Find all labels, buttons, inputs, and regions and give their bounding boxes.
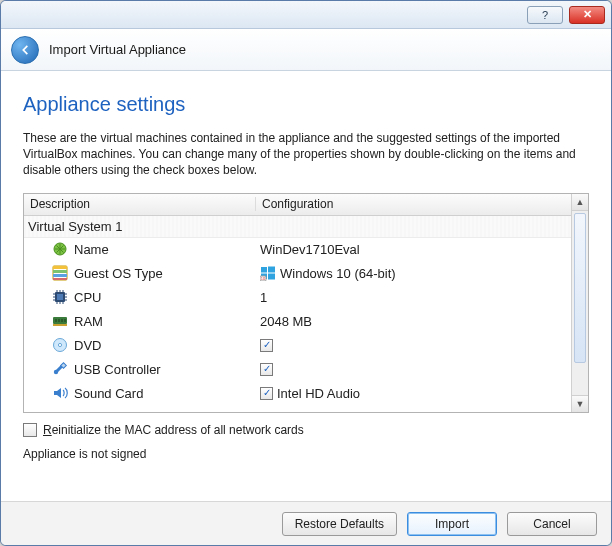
dvd-icon	[52, 337, 68, 353]
row-value: 2048 MB	[260, 314, 312, 329]
page-intro: These are the virtual machines contained…	[23, 130, 589, 179]
os-icon	[52, 265, 68, 281]
back-button[interactable]	[11, 36, 39, 64]
scroll-track[interactable]	[572, 211, 588, 395]
ram-icon	[52, 313, 68, 329]
svg-rect-9	[268, 274, 275, 280]
import-label: Import	[435, 517, 469, 531]
help-icon: ?	[542, 9, 548, 21]
row-configuration-cell: WinDev1710Eval	[256, 242, 571, 257]
reinit-mac-label: Reinitialize the MAC address of all netw…	[43, 423, 304, 437]
row-checkbox[interactable]: ✓	[260, 387, 273, 400]
svg-rect-6	[261, 267, 267, 273]
table-row[interactable]: Guest OS Type10Windows 10 (64-bit)	[24, 262, 571, 286]
header-title: Import Virtual Appliance	[49, 42, 186, 57]
snd-icon	[52, 385, 68, 401]
arrow-left-icon	[18, 43, 32, 57]
row-description-cell: DVD	[24, 337, 256, 353]
svg-rect-7	[268, 267, 275, 273]
col-header-description[interactable]: Description	[24, 197, 256, 211]
name-icon	[52, 241, 68, 257]
content-area: Appliance settings These are the virtual…	[1, 71, 611, 501]
svg-rect-4	[53, 274, 67, 277]
scroll-thumb[interactable]	[574, 213, 586, 363]
restore-defaults-button[interactable]: Restore Defaults	[282, 512, 397, 536]
row-checkbox[interactable]: ✓	[260, 339, 273, 352]
scroll-down-button[interactable]: ▼	[572, 395, 588, 412]
row-configuration-cell: 10Windows 10 (64-bit)	[256, 265, 571, 281]
row-label: Guest OS Type	[74, 266, 163, 281]
table-body: Description Configuration Virtual System…	[24, 194, 571, 412]
cpu-icon	[52, 289, 68, 305]
svg-rect-2	[53, 266, 67, 269]
svg-rect-5	[53, 278, 67, 280]
row-label: Sound Card	[74, 386, 143, 401]
row-label: Name	[74, 242, 109, 257]
vertical-scrollbar[interactable]: ▲ ▼	[571, 194, 588, 412]
reinit-mac-row[interactable]: Reinitialize the MAC address of all netw…	[23, 423, 589, 437]
page-heading: Appliance settings	[23, 93, 589, 116]
row-label: USB Controller	[74, 362, 161, 377]
group-row[interactable]: Virtual System 1	[24, 216, 571, 238]
close-button[interactable]: ✕	[569, 6, 605, 24]
dialog-footer: Restore Defaults Import Cancel	[1, 501, 611, 545]
table-row[interactable]: Sound Card✓Intel HD Audio	[24, 382, 571, 406]
svg-rect-13	[57, 294, 63, 300]
row-value: Windows 10 (64-bit)	[280, 266, 396, 281]
restore-defaults-label: Restore Defaults	[295, 517, 384, 531]
cancel-button[interactable]: Cancel	[507, 512, 597, 536]
reinit-mac-checkbox[interactable]	[23, 423, 37, 437]
table-header: Description Configuration	[24, 194, 571, 216]
row-label: RAM	[74, 314, 103, 329]
svg-point-33	[58, 343, 61, 346]
row-description-cell: Guest OS Type	[24, 265, 256, 281]
table-row[interactable]: RAM2048 MB	[24, 310, 571, 334]
dialog-window: ? ✕ Import Virtual Appliance Appliance s…	[0, 0, 612, 546]
row-configuration-cell: 1	[256, 290, 571, 305]
cancel-label: Cancel	[533, 517, 570, 531]
row-configuration-cell: ✓	[256, 339, 571, 352]
appliance-signed-status: Appliance is not signed	[23, 447, 589, 461]
settings-table: Description Configuration Virtual System…	[23, 193, 589, 413]
import-button[interactable]: Import	[407, 512, 497, 536]
row-label: DVD	[74, 338, 101, 353]
titlebar: ? ✕	[1, 1, 611, 29]
table-row[interactable]: CPU1	[24, 286, 571, 310]
usb-icon	[52, 361, 68, 377]
row-configuration-cell: ✓Intel HD Audio	[256, 386, 571, 401]
table-row[interactable]: USB Controller✓	[24, 358, 571, 382]
table-row[interactable]: DVD✓	[24, 334, 571, 358]
row-description-cell: USB Controller	[24, 361, 256, 377]
row-configuration-cell: ✓	[256, 363, 571, 376]
row-description-cell: Sound Card	[24, 385, 256, 401]
row-description-cell: CPU	[24, 289, 256, 305]
row-label: CPU	[74, 290, 101, 305]
row-value: WinDev1710Eval	[260, 242, 360, 257]
table-row[interactable]: NameWinDev1710Eval	[24, 238, 571, 262]
svg-text:10: 10	[261, 276, 266, 281]
win10-icon: 10	[260, 265, 276, 281]
help-button[interactable]: ?	[527, 6, 563, 24]
row-checkbox[interactable]: ✓	[260, 363, 273, 376]
row-description-cell: Name	[24, 241, 256, 257]
svg-rect-30	[64, 319, 66, 322]
row-configuration-cell: 2048 MB	[256, 314, 571, 329]
svg-rect-31	[53, 324, 67, 326]
svg-rect-28	[58, 319, 60, 322]
col-header-configuration[interactable]: Configuration	[256, 197, 571, 211]
row-description-cell: RAM	[24, 313, 256, 329]
svg-rect-3	[53, 270, 67, 273]
below-table: Reinitialize the MAC address of all netw…	[23, 423, 589, 461]
row-value: Intel HD Audio	[277, 386, 360, 401]
svg-rect-29	[61, 319, 63, 322]
svg-rect-27	[55, 319, 57, 322]
svg-point-35	[54, 370, 58, 374]
scroll-up-button[interactable]: ▲	[572, 194, 588, 211]
header-bar: Import Virtual Appliance	[1, 29, 611, 71]
close-icon: ✕	[583, 8, 592, 21]
row-value: 1	[260, 290, 267, 305]
